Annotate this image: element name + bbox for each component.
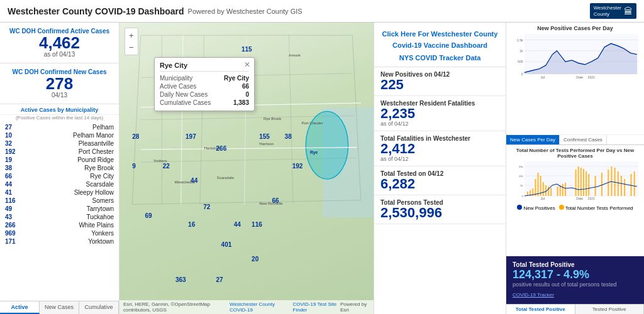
muni-count: 969 <box>5 230 16 237</box>
svg-rect-50 <box>565 183 566 196</box>
tab-cumulative[interactable]: Cumulative <box>79 301 119 314</box>
total-tested-positive-box: Total Tested Positive 124,317 - 4.9% pos… <box>506 256 644 304</box>
map-label: 16 <box>188 221 195 228</box>
total-persons-value: 2,530,996 <box>380 206 499 220</box>
list-item[interactable]: 969Yonkers <box>0 229 119 237</box>
tab-new-cases[interactable]: New Cases <box>40 301 79 314</box>
popup-title: Rye City <box>160 62 249 72</box>
svg-point-1 <box>306 111 348 179</box>
tab-tested-positive[interactable]: Tested Positive <box>575 305 645 314</box>
muni-name: Pleasantville <box>79 140 114 147</box>
header: Westchester County COVID-19 Dashboard Po… <box>0 0 644 23</box>
list-item[interactable]: 27Pelham <box>0 123 119 131</box>
logo-text: WestchesterCounty <box>594 5 621 17</box>
svg-text:2021: 2021 <box>588 75 595 78</box>
map-label: 20 <box>252 256 258 263</box>
zoom-out-button[interactable]: − <box>126 41 136 53</box>
svg-rect-62 <box>618 171 619 196</box>
svg-text:25k: 25k <box>519 165 524 168</box>
tab-active[interactable]: Active <box>0 301 40 314</box>
svg-rect-40 <box>535 179 536 196</box>
map-label: 44 <box>191 177 197 184</box>
tab-total-tested-positive[interactable]: Total Tested Positive <box>506 305 575 314</box>
map-powered: Powered by Esri <box>340 301 370 313</box>
map-label: 27 <box>216 276 223 283</box>
map-tab-westchester[interactable]: Westchester County COVID-19 <box>230 301 286 313</box>
svg-text:10k: 10k <box>519 175 524 178</box>
svg-rect-45 <box>548 187 549 196</box>
popup-label-municipality: Municipality <box>160 75 192 82</box>
covid-tracker-link[interactable]: COVID-19 Tracker <box>513 292 554 298</box>
total-fatalities-value: 2,412 <box>380 142 499 156</box>
total-tested-box: Total Tested on 04/12 6,282 <box>374 166 506 195</box>
map-attribution: Esri, HERE, Garmin, ©OpenStreetMap contr… <box>123 301 230 313</box>
main-content: WC DOH Confirmed Active Cases 4,462 as o… <box>0 23 644 314</box>
popup-close-button[interactable]: ✕ <box>244 60 250 69</box>
svg-rect-51 <box>575 170 577 196</box>
total-tested-positive-sub: positive results out of total persons te… <box>513 281 638 288</box>
svg-rect-58 <box>601 173 602 196</box>
chart1-section: New Positive Cases Per Day New Positive … <box>506 23 644 135</box>
map-tab-labels: Westchester County COVID-19 COVID-19 Tes… <box>230 301 340 313</box>
click-hero-box: Click Here For Westchester County Covid-… <box>374 23 506 67</box>
popup-value-daily: 0 <box>245 91 249 98</box>
new-positives-box: New Positives on 04/12 225 <box>374 67 506 96</box>
muni-name: Pelham Manor <box>73 132 114 139</box>
map-area[interactable]: White Plains Rye Brook Rye Hartsdale Sca… <box>119 23 374 314</box>
map-label: 28 <box>132 133 139 140</box>
right-panel: Click Here For Westchester County Covid-… <box>374 23 644 314</box>
popup-label-cumulative: Cumulative Cases <box>160 99 211 106</box>
map-tab-test-site[interactable]: COVID-19 Test Site Finder <box>293 301 340 313</box>
logo-icon: 🏛 <box>624 6 633 16</box>
map-label: 197 <box>186 133 196 140</box>
svg-text:Jul: Jul <box>540 75 545 78</box>
popup-row-municipality: Municipality Rye City <box>160 74 249 82</box>
total-tested-positive-label: Total Tested Positive <box>513 261 638 268</box>
list-item[interactable]: 171Yorktown <box>0 237 119 246</box>
chart2-title: Total Number of Tests Performed Per Day … <box>510 148 640 159</box>
chart1-title: New Positive Cases Per Day <box>510 25 640 31</box>
list-item[interactable]: 41Sleepy Hollow <box>0 188 119 197</box>
muni-name: Somers <box>92 197 114 204</box>
list-item[interactable]: 10Pelham Manor <box>0 131 119 139</box>
svg-rect-64 <box>624 179 625 196</box>
svg-rect-47 <box>557 187 558 196</box>
list-item[interactable]: 19Pound Ridge <box>0 156 119 164</box>
svg-rect-46 <box>550 188 552 196</box>
list-item[interactable]: 49Tarrytown <box>0 205 119 213</box>
zoom-in-button[interactable]: + <box>126 30 136 41</box>
click-hero-link[interactable]: Click Here For Westchester County Covid-… <box>382 30 498 49</box>
nys-tracker-link[interactable]: NYS COVID Tracker Data <box>380 54 499 62</box>
map-label: 116 <box>252 221 262 228</box>
list-item[interactable]: 43Tuckahoe <box>0 213 119 221</box>
tab-confirmed-cases[interactable]: Confirmed Cases <box>560 135 607 144</box>
muni-name: Tuckahoe <box>86 214 114 220</box>
confirmed-active-value: 4,462 <box>6 35 113 51</box>
muni-count: 32 <box>5 140 12 147</box>
list-item[interactable]: 38Rye Brook <box>0 164 119 172</box>
svg-text:Armonk: Armonk <box>289 53 301 57</box>
svg-rect-57 <box>595 176 596 196</box>
muni-count: 66 <box>5 173 12 180</box>
muni-name: Tarrytown <box>87 205 114 212</box>
muni-count: 192 <box>5 148 16 155</box>
tab-new-cases-per-day[interactable]: New Cases Per Day <box>506 135 560 144</box>
popup-value-municipality: Rye City <box>224 75 249 82</box>
muni-sub: (Positive Cases within the last 14 days) <box>0 115 119 123</box>
list-item[interactable]: 66Rye City <box>0 172 119 180</box>
svg-text:500: 500 <box>518 60 523 63</box>
list-item[interactable]: 44Scarsdale <box>0 180 119 188</box>
svg-text:1k: 1k <box>519 49 523 53</box>
svg-rect-63 <box>621 176 622 196</box>
municipality-list: Active Cases by Municipality (Positive C… <box>0 104 119 301</box>
muni-count: 43 <box>5 214 12 220</box>
list-item[interactable]: 192Port Chester <box>0 148 119 156</box>
confirmed-active-box: WC DOH Confirmed Active Cases 4,462 as o… <box>0 23 119 63</box>
left-tab-bar: Active New Cases Cumulative <box>0 301 119 314</box>
list-item[interactable]: 32Pleasantville <box>0 139 119 148</box>
list-item[interactable]: 266White Plains <box>0 221 119 229</box>
list-item[interactable]: 116Somers <box>0 197 119 205</box>
svg-text:Jul: Jul <box>540 197 545 200</box>
muni-name: Scarsdale <box>86 181 114 188</box>
confirmed-active-sub: as of 04/13 <box>6 51 113 58</box>
